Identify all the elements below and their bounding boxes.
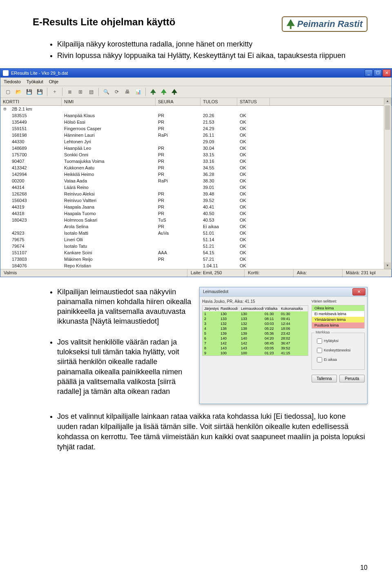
table-row[interactable]: 79674Isotalo Tatu51.21OK xyxy=(0,243,392,249)
intro-bullet: Rivin lopussa näkyy loppuaika tai Hylätt… xyxy=(57,51,368,60)
toolbar-print-icon[interactable]: 🖶 xyxy=(122,87,132,97)
table-row[interactable]: 413342Kukkonen AatuPR34.55OK xyxy=(0,164,392,171)
status-maara: Määrä: 231 kpl xyxy=(343,269,392,277)
cell-nimi: Haapala Jaana xyxy=(62,204,156,209)
toolbar-list-icon[interactable]: ≣ xyxy=(65,87,75,97)
table-row[interactable]: Arola SelinaPREi aikaaOK xyxy=(0,223,392,230)
dth-rastikoodi: Rastikoodi xyxy=(219,306,239,311)
maximize-icon[interactable]: ☐ xyxy=(374,69,382,77)
checkbox-input[interactable] xyxy=(317,348,322,353)
table-row[interactable]: 79675Lineri Olli51.14OK xyxy=(0,236,392,243)
checkbox-input[interactable] xyxy=(317,338,322,344)
table-row[interactable]: 44319Haapala JaanaPR40.41OK xyxy=(0,204,392,210)
cell-status: OK xyxy=(237,126,270,131)
section2-bullet: Kilpailijan leimaustiedot saa näkyviin p… xyxy=(57,287,192,327)
checkbox-input[interactable] xyxy=(317,357,322,362)
col-status[interactable]: STATUS xyxy=(237,98,270,105)
menu-help[interactable]: Ohje xyxy=(49,79,58,84)
table-row[interactable]: 168198Hänninen LauriRaPi26.11OK xyxy=(0,132,392,138)
table-row[interactable]: 183515Haanpää KlausPR20.26OK xyxy=(0,112,392,119)
scrollbar-vertical[interactable]: ▲ ▼ xyxy=(384,98,391,269)
toolbar-open-icon[interactable]: 📂 xyxy=(13,87,23,97)
table-row[interactable]: 142994Heikkilä HeimoPR36.28OK xyxy=(0,171,392,178)
table-row[interactable]: 184076Repo Kristian1.04.11OK xyxy=(0,262,392,269)
cell-kortti: 142994 xyxy=(9,172,62,177)
chk-hylatyksi[interactable]: Hylätyksi xyxy=(315,337,361,345)
cell-nimi: Heikkilä Heimo xyxy=(62,172,156,177)
cell-seura: PR xyxy=(156,146,200,151)
table-row[interactable]: 42923Isotalo MattiAuVa51.01OK xyxy=(0,230,392,236)
cell-status: OK xyxy=(237,198,270,203)
col-tulos[interactable]: TULOS xyxy=(200,98,237,105)
col-nimi[interactable]: NIMI xyxy=(62,98,156,105)
cell-status: OK xyxy=(237,185,270,190)
scroll-up-icon[interactable]: ▲ xyxy=(384,98,391,104)
toolbar-refresh-icon[interactable]: ⟳ xyxy=(112,87,122,97)
dialog-close-icon[interactable]: ✕ xyxy=(352,288,365,296)
table-row[interactable]: 126268Reinivuo AleksiPR39.48OK xyxy=(0,191,392,197)
chk-eiaikaa[interactable]: Ei aikaa xyxy=(315,356,361,364)
table-row[interactable]: 156043Reinivuo ValtteriPR39.52OK xyxy=(0,197,392,204)
table-row[interactable]: 44318Haapala TuomoPR40.50OK xyxy=(0,210,392,217)
table-row[interactable]: 159151Fingerroos CasperPR24.29OK xyxy=(0,125,392,132)
cell-kortti: 126268 xyxy=(9,191,62,196)
toolbar-doc-icon[interactable]: ▤ xyxy=(86,87,96,97)
scroll-thumb[interactable] xyxy=(385,105,390,130)
toolbar-grid-icon[interactable]: ⊞ xyxy=(76,87,85,97)
table-row[interactable]: 90407Tuomasjukka VoimaPR33.16OK xyxy=(0,158,392,164)
toolbar-separator xyxy=(62,88,62,96)
col-seura[interactable]: SEURA xyxy=(156,98,200,105)
dialog-row: 910010001:2341:15 xyxy=(203,351,308,356)
cell-seura: AAA xyxy=(156,250,200,255)
section2-bullet: Jos valitsit henkilölle väärän radan ja … xyxy=(57,337,192,397)
cell-nimi: Fingerroos Casper xyxy=(62,126,156,131)
table-row[interactable]: 151107Kankare SoiniAAA54.15OK xyxy=(0,249,392,256)
menu-tools[interactable]: Työkalut xyxy=(27,79,43,84)
group-row[interactable]: ⊟ 2B 2.1 km xyxy=(0,106,392,112)
table-row[interactable]: 44330Lehtonen Jyri29.09OK xyxy=(0,138,392,145)
dialog-row: 714214208:4536:47 xyxy=(203,341,308,346)
cell-seura: PR xyxy=(156,191,200,196)
cell-status: OK xyxy=(237,244,270,249)
table-row[interactable]: 135449Hölsö EssiPR21.53OK xyxy=(0,119,392,125)
dialog-row: 814314303:0539:52 xyxy=(203,346,308,351)
chk-keskeyt[interactable]: Keskeyttäneeksi xyxy=(315,347,361,354)
menu-file[interactable]: Tiedosto xyxy=(4,79,21,84)
cell-status: OK xyxy=(237,237,270,242)
scroll-down-icon[interactable]: ▼ xyxy=(384,262,391,269)
cancel-button[interactable]: Peruuta xyxy=(339,375,365,382)
toolbar-save-icon[interactable]: 💾 xyxy=(24,87,34,97)
toolbar-tree1-icon[interactable] xyxy=(148,87,158,97)
app-icon xyxy=(3,70,9,76)
toolbar-chart-icon[interactable]: 📊 xyxy=(133,87,143,97)
toolbar-tree2-icon[interactable] xyxy=(159,87,169,97)
intro-bullet: Kilpailija näkyy korostettuna radalla, j… xyxy=(57,39,368,49)
toolbar-saveas-icon[interactable]: 💾 xyxy=(35,87,45,97)
table-row[interactable]: 148689Haanpää LeoPR30.04OK xyxy=(0,145,392,151)
table-row[interactable]: 173803Mäkinen ReijoPR57.21OK xyxy=(0,256,392,262)
cell-tulos: 39.48 xyxy=(200,191,237,196)
cell-tulos: Ei aikaa xyxy=(200,224,237,229)
toolbar-search-icon[interactable]: 🔍 xyxy=(101,87,111,97)
table-row[interactable]: 44314Läärä Reino39.01OK xyxy=(0,184,392,191)
table-row[interactable]: 180423Holmroos SakariTuS40.53OK xyxy=(0,217,392,223)
save-button[interactable]: Tallenna xyxy=(312,375,337,382)
table-row[interactable]: 175700Sonkki OnniPR33.15OK xyxy=(0,151,392,158)
toolbar-add-icon[interactable]: ＋ xyxy=(50,87,60,97)
toolbar-tree3-icon[interactable] xyxy=(169,87,179,97)
toolbar-new-icon[interactable]: ▢ xyxy=(3,87,13,97)
col-kortti[interactable]: KORTTI xyxy=(0,98,62,105)
collapse-icon[interactable]: ⊟ xyxy=(0,107,9,111)
close-icon[interactable]: ✕ xyxy=(383,69,391,77)
cell-seura: PR xyxy=(156,224,200,229)
final-bullets: Jos et valinnut kilpailijalle lainkaan r… xyxy=(33,411,368,453)
minimize-icon[interactable]: _ xyxy=(365,69,373,77)
table-row[interactable]: 00200Vataa AadaRaPi38.30OK xyxy=(0,178,392,184)
toolbar-separator xyxy=(47,88,47,96)
cell-status: OK xyxy=(237,211,270,216)
app-window: EResults Lite - Vko 29_b.dat _ ☐ ✕ Tiedo… xyxy=(0,68,392,277)
dialog-row: 313213203:0312:44 xyxy=(203,321,308,326)
cell-status: OK xyxy=(237,231,270,236)
cell-status: OK xyxy=(237,159,270,164)
cell-status: OK xyxy=(237,257,270,262)
